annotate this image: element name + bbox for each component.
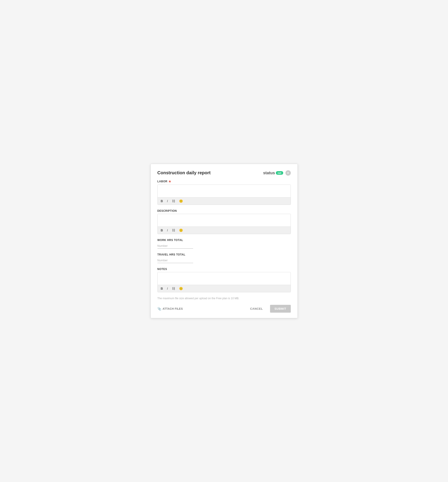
file-size-note: The maximum file size allowed per upload… <box>157 297 291 300</box>
description-input[interactable] <box>158 214 291 225</box>
footer-buttons: CANCEL SUBMIT <box>247 305 291 313</box>
labor-input[interactable] <box>158 185 291 196</box>
brand-text: status <box>263 171 275 175</box>
attach-files-button[interactable]: 📎 ATTACH FILES <box>157 307 183 311</box>
modal-header: Construction daily report status net × <box>157 170 291 176</box>
submit-button[interactable]: SUBMIT <box>270 305 291 313</box>
header-right: status net × <box>263 170 291 176</box>
travel-hrs-field-section: TRAVEL HRS TOTAL <box>157 253 291 263</box>
work-hrs-input[interactable] <box>157 243 193 249</box>
notes-link-button[interactable]: ⛓ <box>171 286 176 291</box>
brand-badge: net <box>276 171 283 175</box>
modal-footer: 📎 ATTACH FILES CANCEL SUBMIT <box>157 304 291 313</box>
description-toolbar: B I ⛓ 🙂 <box>158 226 291 234</box>
link-icon: ⛓ <box>172 287 175 290</box>
paperclip-icon: 📎 <box>157 307 161 311</box>
modal-overlay: Construction daily report status net × L… <box>0 0 448 482</box>
modal-title: Construction daily report <box>157 170 211 175</box>
required-star: ★ <box>168 180 172 183</box>
description-emoji-button[interactable]: 🙂 <box>178 228 184 233</box>
labor-label: LABOR ★ <box>157 180 291 183</box>
brand-logo: status net <box>263 171 283 175</box>
close-icon: × <box>287 171 289 175</box>
notes-input[interactable] <box>158 272 291 284</box>
travel-hrs-input[interactable] <box>157 257 193 263</box>
attach-files-label: ATTACH FILES <box>163 307 183 310</box>
description-label: DESCRIPTION <box>157 209 291 212</box>
work-hrs-label: WORK HRS TOTAL <box>157 239 291 242</box>
labor-italic-button[interactable]: I <box>166 199 169 203</box>
travel-hrs-input-wrapper <box>157 257 291 263</box>
work-hrs-input-wrapper <box>157 243 291 249</box>
emoji-icon: 🙂 <box>179 199 183 203</box>
labor-rich-text-field: B I ⛓ 🙂 <box>157 185 291 205</box>
description-italic-button[interactable]: I <box>166 228 169 233</box>
travel-hrs-label: TRAVEL HRS TOTAL <box>157 253 291 256</box>
labor-toolbar: B I ⛓ 🙂 <box>158 197 291 205</box>
modal-container: Construction daily report status net × L… <box>150 164 298 318</box>
description-link-button[interactable]: ⛓ <box>171 228 176 233</box>
labor-bold-button[interactable]: B <box>160 199 164 203</box>
notes-bold-button[interactable]: B <box>160 286 164 291</box>
description-field-section: DESCRIPTION B I ⛓ 🙂 <box>157 209 291 234</box>
emoji-icon: 🙂 <box>179 287 183 290</box>
description-rich-text-field: B I ⛓ 🙂 <box>157 214 291 234</box>
emoji-icon: 🙂 <box>179 228 183 232</box>
labor-field-section: LABOR ★ B I ⛓ 🙂 <box>157 180 291 205</box>
labor-emoji-button[interactable]: 🙂 <box>178 199 184 203</box>
labor-link-button[interactable]: ⛓ <box>171 199 176 203</box>
notes-toolbar: B I ⛓ 🙂 <box>158 285 291 292</box>
notes-field-section: NOTES B I ⛓ 🙂 <box>157 268 291 292</box>
notes-italic-button[interactable]: I <box>166 286 169 291</box>
notes-rich-text-field: B I ⛓ 🙂 <box>157 272 291 292</box>
cancel-button[interactable]: CANCEL <box>247 305 265 312</box>
work-hrs-field-section: WORK HRS TOTAL <box>157 239 291 249</box>
link-icon: ⛓ <box>172 228 175 232</box>
description-bold-button[interactable]: B <box>160 228 164 233</box>
notes-label: NOTES <box>157 268 291 271</box>
close-button[interactable]: × <box>285 170 291 176</box>
notes-emoji-button[interactable]: 🙂 <box>178 286 184 291</box>
link-icon: ⛓ <box>172 199 175 203</box>
